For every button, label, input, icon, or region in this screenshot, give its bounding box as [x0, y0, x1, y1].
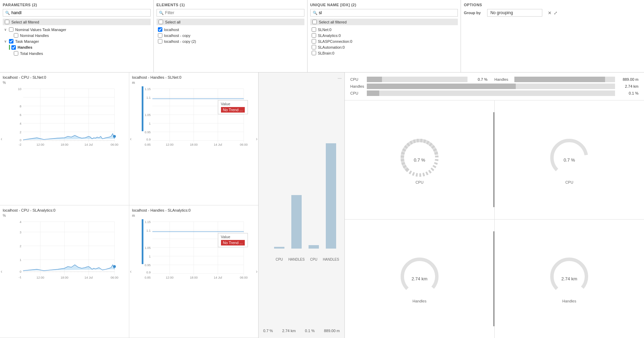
svg-text:6: 6 [20, 113, 21, 117]
elements-item-localhost-copy2: localhost - copy (2) [157, 38, 304, 44]
tree-label-handles: Handles [18, 45, 32, 49]
tree-check-handles[interactable] [11, 45, 16, 50]
svg-text:HANDLES: HANDLES [288, 258, 305, 261]
unique-check-slbrain[interactable] [312, 51, 316, 55]
parameters-select-all-row: Select all filtered [3, 19, 151, 25]
vertical-divider-3 [493, 231, 494, 326]
svg-text:2: 2 [20, 244, 21, 248]
elements-select-all-checkbox[interactable] [159, 20, 163, 24]
svg-text:14 Jul: 14 Jul [84, 143, 93, 146]
svg-text:0.9: 0.9 [146, 138, 151, 141]
blue-bar-indicator-1 [142, 86, 143, 131]
tree-item-total-handles: Total Handles [3, 50, 151, 56]
elements-check-localhost-copy[interactable] [158, 33, 162, 38]
svg-text:06:00: 06:00 [111, 143, 119, 146]
chart-unit-handles-slnet: m [132, 81, 255, 85]
unique-item-slanalytics: SLAnalytics:0 [310, 32, 458, 38]
elements-search-input[interactable] [165, 10, 302, 15]
metrics-top: CPU 0.7 % Handles 889.00 m Handles [345, 73, 644, 100]
unique-check-slanalytics[interactable] [312, 33, 316, 38]
unique-name-select-all-label: Select all filtered [319, 20, 347, 24]
main-area: localhost - CPU - SLNet:0 % ‹ 10 8 6 [0, 73, 644, 338]
chart-unit-cpu-slnet: % [3, 81, 126, 85]
middle-val-handles2: 889.00 m [324, 329, 340, 333]
svg-text:06:00: 06:00 [240, 276, 248, 279]
svg-text:1.05: 1.05 [144, 113, 151, 117]
chart-svg-handles-slanalytics: 1.15 1.1 1.05 1 0.95 0.9 0.85 12:00 18:0… [132, 218, 255, 280]
parameters-select-all-checkbox[interactable] [5, 20, 9, 24]
chart-cell-cpu-slnet: localhost - CPU - SLNet:0 % ‹ 10 8 6 [0, 73, 129, 205]
unique-check-slautomation[interactable] [312, 45, 316, 49]
elements-item-localhost: localhost [157, 27, 304, 32]
svg-text:0.85: 0.85 [144, 143, 151, 146]
parameters-search-box[interactable]: 🔍 [3, 9, 151, 17]
tree-check-nominal-handles[interactable] [14, 33, 18, 38]
unique-name-search-box[interactable]: 🔍 [310, 9, 458, 17]
chart-cell-cpu-slanalytics: localhost - CPU - SLAnalytics:0 % ‹ 4 3 … [0, 205, 129, 338]
chart-nav-right-handles-1[interactable]: › [256, 136, 258, 142]
svg-text:18:00: 18:00 [190, 276, 198, 279]
svg-text:HANDLES: HANDLES [323, 258, 339, 261]
dots-menu[interactable]: ··· [338, 75, 342, 81]
svg-point-67 [113, 265, 116, 268]
elements-panel: ELEMENTS (1) 🔍 Select all localhost loca… [154, 0, 308, 72]
grouping-expand-button[interactable]: ⤢ [554, 10, 557, 16]
chart-nav-left-handles-2[interactable]: ‹ [130, 269, 132, 274]
tooltip-value-1[interactable]: No Trend ... [221, 107, 245, 113]
unique-item-slnet: SLNet:0 [310, 27, 458, 32]
green-bar-indicator [9, 45, 10, 50]
svg-text:1: 1 [20, 258, 21, 262]
blue-bar-indicator-2 [142, 219, 143, 264]
charts-area: localhost - CPU - SLNet:0 % ‹ 10 8 6 [0, 73, 259, 338]
gauge-label-4: Handles [562, 299, 576, 303]
unique-name-select-all-checkbox[interactable] [312, 20, 317, 24]
tree-item-nominal-handles: Nominal Handles [3, 32, 151, 38]
tree-item-handles: Handles [3, 44, 151, 50]
gauge-value-1: 0.7 % [414, 157, 425, 162]
chart-nav-left-1[interactable]: ‹ [1, 136, 2, 142]
unique-check-slnet[interactable] [312, 27, 316, 32]
elements-check-localhost-copy2[interactable] [158, 39, 162, 44]
svg-text:1.15: 1.15 [144, 220, 151, 224]
gauge-value-4: 2.74 km [561, 276, 577, 281]
tooltip-title-1: Value [221, 102, 245, 106]
chart-nav-left-handles-1[interactable]: ‹ [130, 136, 132, 142]
chart-nav-left-2[interactable]: ‹ [1, 269, 2, 274]
svg-text:0: 0 [20, 270, 21, 273]
grouping-select[interactable]: No grouping [487, 9, 542, 17]
middle-val-cpu2: 0.1 % [305, 329, 315, 333]
unique-label-slaspconnection: SLASPConnection:0 [318, 39, 352, 44]
svg-text:0.95: 0.95 [144, 131, 151, 134]
unique-name-search-input[interactable] [319, 10, 456, 15]
grouping-close-button[interactable]: ✕ [548, 10, 552, 16]
tree-check-task-manager[interactable] [9, 39, 13, 44]
parameters-panel: PARAMETERS (2) 🔍 Select all filtered ∨ N… [0, 0, 154, 72]
unique-check-slaspconnection[interactable] [312, 39, 316, 44]
gauge-cell-3: 2.74 km Handles [345, 220, 494, 338]
chart-title-cpu-slanalytics: localhost - CPU - SLAnalytics:0 [3, 208, 126, 212]
tree-label-nominal-values: Nominal Values Task Manager [15, 28, 66, 32]
svg-text:1: 1 [149, 122, 151, 125]
svg-text:4: 4 [20, 122, 21, 125]
unique-label-slanalytics: SLAnalytics:0 [318, 33, 341, 38]
gauge-value-3: 2.74 km [412, 276, 427, 281]
tree-toggle-nominal[interactable]: ∨ [4, 28, 9, 31]
elements-check-localhost[interactable] [158, 27, 162, 32]
elements-search-icon: 🔍 [159, 11, 164, 15]
tree-toggle-task-manager[interactable]: ∨ [4, 39, 9, 43]
metric-name-handles-top: Handles [494, 77, 512, 81]
parameters-search-input[interactable] [11, 10, 148, 15]
tree-label-nominal-handles: Nominal Handles [20, 33, 49, 38]
svg-text:0.95: 0.95 [144, 263, 151, 267]
elements-label-localhost: localhost [164, 28, 179, 32]
chart-title-cpu-slnet: localhost - CPU - SLNet:0 [3, 75, 126, 79]
tooltip-value-2[interactable]: No Trend ... [221, 240, 245, 245]
chart-nav-right-handles-2[interactable]: › [256, 269, 258, 274]
chart-svg-handles-slnet: 1.15 1.1 1.05 1 0.95 0.9 0.85 12:00 18:0… [132, 85, 255, 147]
chart-cell-handles-slnet: localhost - Handles - SLNet:0 m ‹ › Valu… [129, 73, 258, 205]
tree-check-total-handles[interactable] [14, 51, 18, 56]
elements-search-box[interactable]: 🔍 [157, 9, 304, 17]
metric-bar-cpu1 [367, 77, 382, 82]
tree-check-nominal-values[interactable] [9, 27, 13, 32]
elements-item-localhost-copy: localhost - copy [157, 32, 304, 38]
